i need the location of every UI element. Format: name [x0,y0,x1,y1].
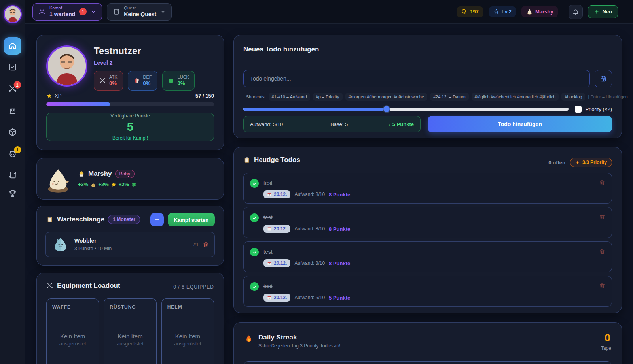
equipment-title: Equipment Loadout [57,282,120,290]
todo-title: test [263,180,273,186]
streak-title: Daily Streak [258,334,297,341]
add-monster-button[interactable] [150,213,164,226]
profile-level: Level 2 [94,60,112,66]
bonus-value: +2% [98,181,108,187]
star-icon [46,93,52,99]
avatar-photo [5,6,21,22]
stat-label: DEF [143,75,152,80]
scroll-icon [8,170,17,179]
calendar-clock-icon [600,75,607,83]
sidebar-item-quests[interactable] [8,170,17,181]
todo-input[interactable] [243,70,590,87]
quest-dropdown[interactable]: Quest Keine Quest [107,3,172,21]
todo-check[interactable] [250,179,259,188]
sidebar-item-todos[interactable] [8,62,17,73]
equipment-slot-weapon[interactable]: WAFFE Kein Item ausgerüstet [46,298,99,364]
check-square-icon [8,62,17,72]
xp-label: XP [55,93,61,99]
new-todo-card: Neues Todo hinzufügen Shortcuts: #1-#10 … [233,35,622,138]
todo-points: 5 Punkte [329,295,350,301]
equipment-slot-armor[interactable]: RÜSTUNG Kein Item ausgerüstet [104,298,156,364]
profile-avatar[interactable] [46,45,87,87]
todo-date-badge: 20.12. [263,225,290,233]
slot-empty-line2: ausgerüstet [117,341,144,347]
add-todo-button[interactable]: Todo hinzufügen [428,116,612,132]
shortcut-chip: #24.12. = Datum [430,93,469,101]
check-icon [252,250,257,255]
todo-check[interactable] [250,282,259,291]
todo-check[interactable] [250,213,259,222]
level-badge[interactable]: Lv.2 [489,6,516,17]
sidebar-item-shop[interactable] [8,106,17,117]
slot-empty-line1: Kein Item [60,333,85,339]
user-avatar[interactable] [4,5,22,23]
queue-monster-row[interactable]: Wobbler 3 Punkte • 10 Min #1 [45,232,215,257]
shortcut-chip: #morgen #übermorgen #nächstewoche [345,93,427,101]
slot-empty-line1: Kein Item [118,333,142,339]
points-subtitle: Bereit für Kampf! [112,135,148,141]
stat-luck: LUCK 0% [162,71,195,91]
todo-date: 20.12. [274,226,287,232]
trash-icon[interactable] [599,283,605,289]
sidebar-item-achievements[interactable] [8,189,17,200]
trash-icon[interactable] [203,241,209,248]
star-icon [111,181,117,187]
slot-label: WAFFE [52,304,71,310]
priority-progress-label: 3/3 Priority [582,160,607,165]
pet-image[interactable] [44,166,72,194]
trash-icon[interactable] [599,179,605,186]
shield-icon [133,77,140,84]
effort-slider[interactable] [243,108,569,111]
sidebar-item-pets[interactable]: 1 [8,149,17,160]
monster-position: #1 [193,242,199,247]
base-value: Base: 5 [330,121,348,127]
trash-icon[interactable] [599,214,605,220]
effort-slider-thumb[interactable] [383,106,390,112]
queue-card: Warteschlange 1 Monster Kampf starten Wo… [36,206,224,266]
date-picker-button[interactable] [595,70,612,87]
bonus-value: +2% [119,181,129,187]
trash-icon[interactable] [599,248,605,255]
shortcut-chip: #backlog [561,93,585,101]
swords-icon [99,77,106,84]
chick-icon [78,170,85,177]
points-value: 5 [127,120,134,134]
todo-points: 8 Punkte [329,226,350,232]
todo-item[interactable]: test 20.12. Aufwand: 8/10 8 Punkte [243,207,612,238]
pet-badge[interactable]: Marshy [521,6,558,17]
stat-value: 0% [109,80,118,87]
slot-empty-line2: ausgerüstet [59,341,86,347]
today-todos-card: Heutige Todos 0 offen 3/3 Priority test [233,147,622,313]
sidebar-item-battles[interactable]: 1 [8,84,17,95]
new-todo-title: Neues Todo hinzufügen [243,45,319,53]
equipment-card: Equipment Loadout 0 / 6 EQUIPPED WAFFE K… [36,273,224,364]
coins-badge[interactable]: 197 [457,6,483,17]
todo-date: 20.12. [274,260,287,266]
streak-count: 0 [605,332,610,344]
sidebar-item-home[interactable] [4,37,21,55]
slot-empty-line2: ausgerüstet [174,341,201,347]
todo-item[interactable]: test 20.12. Aufwand: 8/10 8 Punkte [243,241,612,272]
shortcut-chip: #täglich #wöchentlich #monatlich #jährli… [472,93,559,101]
pets-badge: 1 [14,146,21,153]
pet-card: Marshy Baby +3% +2% +2% [36,158,224,200]
streak-progress-strip [243,361,612,364]
effort-slider-fill [243,108,387,111]
priority-checkbox[interactable] [575,106,582,113]
new-button[interactable]: Neu [588,5,618,18]
todo-check[interactable] [250,248,259,256]
sidebar-item-inventory[interactable] [8,128,17,138]
points-label: Verfügbare Punkte [110,113,150,119]
battle-badge: 1 [79,8,87,15]
topbar-divider [563,7,563,17]
fire-icon [243,334,254,345]
battle-label: Kampf [49,6,75,11]
xp-value: 57 / 150 [195,93,214,99]
todo-effort: Aufwand: 8/10 [294,260,325,266]
equipment-slot-helmet[interactable]: HELM Kein Item ausgerüstet [161,298,214,364]
notifications-button[interactable] [569,5,583,19]
todo-item[interactable]: test 20.12. Aufwand: 8/10 8 Punkte [243,173,612,204]
start-battle-button[interactable]: Kampf starten [168,213,215,226]
todo-item[interactable]: test 20.12. Aufwand: 5/10 5 Punkte [243,276,612,307]
battle-dropdown[interactable]: Kampf 1 wartend 1 [32,3,102,21]
